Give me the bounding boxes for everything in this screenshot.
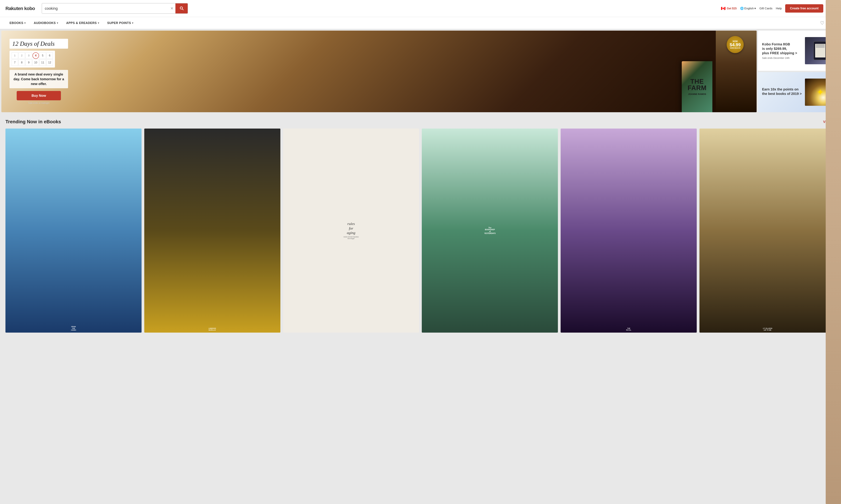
banner-side: Kobo Forma 8GBis only $269.99,plus FREE … [758, 31, 840, 112]
search-clear-button[interactable]: ✕ [168, 6, 175, 11]
books-row: FROMTHEASHES LINWOODBARCLAY rulesforagin… [5, 129, 836, 334]
banner-main-content: 12 Days of Deals 1 2 3 4 5 6 7 8 9 10 [1, 31, 76, 112]
nav-ebooks[interactable]: eBOOKS ▾ [5, 17, 30, 29]
chevron-down-icon: ▾ [98, 22, 99, 24]
list-item[interactable]: J.T. ELLISONLIE TO ME [699, 129, 836, 334]
chevron-down-icon: ▾ [132, 22, 134, 24]
nav-apps-ereaders[interactable]: APPS & eREADERS ▾ [62, 17, 103, 29]
nav-ebooks-label: eBOOKS [10, 21, 23, 25]
banner-description: A brand new deal every single day. Come … [10, 70, 68, 88]
person-overlay [826, 37, 836, 64]
gift-cards-link[interactable]: Gift Cards [759, 7, 772, 10]
cal-cell-12: 12 [47, 59, 53, 66]
cal-cell-10: 10 [33, 59, 39, 66]
main: 12 Days of Deals 1 2 3 4 5 6 7 8 9 10 [0, 29, 841, 337]
cal-cell-3: 3 [25, 52, 32, 59]
list-item[interactable]: LINWOODBARCLAY [144, 129, 280, 334]
book-cover-5: THEROYAL [561, 129, 697, 332]
cal-cell-1: 1 [12, 52, 18, 59]
language-button[interactable]: 🌐 English ▾ [740, 7, 756, 10]
close-icon: ✕ [170, 6, 173, 11]
points-title: Earn 10x the points on the best books of… [762, 87, 802, 96]
kobo-forma-text: Kobo Forma 8GBis only $269.99,plus FREE … [762, 42, 802, 59]
cal-cell-4: 4 [33, 52, 39, 59]
price-badge: NOW $4.99 WAS $13.99 [727, 36, 744, 53]
list-item[interactable]: TheBOOKSHOPofYESTERDAYS [422, 129, 558, 334]
banner-area: 12 Days of Deals 1 2 3 4 5 6 7 8 9 10 [0, 29, 841, 113]
cal-cell-8: 8 [19, 59, 25, 66]
logo[interactable]: Rakuten kobo [5, 6, 35, 11]
nav-apps-ereaders-label: APPS & eREADERS [66, 21, 97, 25]
list-item[interactable]: rulesforaging resist normal impulseslive… [283, 129, 419, 334]
kobo-forma-title: Kobo Forma 8GBis only $269.99,plus FREE … [762, 42, 802, 55]
canada-flag: 🇨🇦 [721, 6, 725, 11]
lang-label: English [744, 7, 754, 10]
book-cover-4: TheBOOKSHOPofYESTERDAYS [422, 129, 558, 332]
sparkle-decoration: ✦ [817, 87, 824, 97]
search-button[interactable] [175, 3, 188, 14]
nav-super-points[interactable]: SUPER POINTS ▾ [103, 17, 138, 29]
header: Rakuten kobo cooking ✕ 🇨🇦 Get $15 🌐 Engl… [0, 0, 841, 17]
book-cover-3: rulesforaging resist normal impulseslive… [283, 129, 419, 332]
search-input[interactable]: cooking [42, 4, 168, 13]
book-cover-1: FROMTHEASHES [5, 129, 142, 332]
heart-icon: ♡ [820, 20, 824, 26]
kobo-forma-image [805, 37, 836, 64]
cal-cell-6: 6 [47, 52, 53, 59]
book-author-text: JOANNE RAMOS [688, 93, 706, 95]
cal-cell-2: 2 [19, 52, 25, 59]
nav-bar: eBOOKS ▾ AUDIOBOOKS ▾ APPS & eREADERS ▾ … [0, 17, 841, 29]
create-account-button[interactable]: Create free account [785, 4, 823, 13]
kobo-screen [815, 44, 825, 57]
chevron-down-icon: ▾ [24, 22, 26, 24]
trending-title: Trending Now in eBooks [5, 119, 61, 124]
section-header: Trending Now in eBooks View all [5, 119, 836, 124]
help-link[interactable]: Help [776, 7, 782, 10]
buy-now-button[interactable]: Buy Now [17, 91, 61, 100]
nav-items: eBOOKS ▾ AUDIOBOOKS ▾ APPS & eREADERS ▾ … [5, 17, 820, 29]
price-was: WAS $13.99 [730, 47, 740, 49]
list-item[interactable]: FROMTHEASHES [5, 129, 142, 334]
nav-super-points-label: SUPER POINTS [107, 21, 131, 25]
nav-audiobooks-label: AUDIOBOOKS [34, 21, 56, 25]
sale-ends-text: Sale ends at midnight [10, 102, 68, 104]
promo-get-text: Get $15 [727, 7, 737, 10]
book-title-text: THEFARM [687, 78, 706, 91]
header-right: 🇨🇦 Get $15 🌐 English ▾ Gift Cards Help C… [721, 4, 836, 13]
cal-cell-7: 7 [12, 59, 18, 66]
chevron-down-icon: ▾ [754, 7, 756, 10]
kobo-forma-subtitle: Sale ends December 24th [762, 57, 802, 59]
search-bar: cooking ✕ [42, 3, 188, 14]
book-cover-2: LINWOODBARCLAY [144, 129, 280, 332]
logo-text: Rakuten kobo [5, 6, 35, 11]
cal-cell-5: 5 [39, 52, 46, 59]
banner-book-cover: THEFARM JOANNE RAMOS [682, 61, 712, 112]
nav-audiobooks[interactable]: AUDIOBOOKS ▾ [30, 17, 62, 29]
price-amount: $4.99 [730, 42, 741, 47]
cal-cell-11: 11 [39, 59, 46, 66]
book-cover-6: J.T. ELLISONLIE TO ME [699, 129, 836, 332]
points-text: Earn 10x the points on the best books of… [762, 87, 802, 97]
wishlist-button[interactable]: ♡ [820, 20, 824, 26]
chevron-down-icon: ▾ [57, 22, 58, 24]
search-icon [179, 6, 184, 11]
banner-main[interactable]: 12 Days of Deals 1 2 3 4 5 6 7 8 9 10 [1, 31, 757, 112]
kobo-forma-card[interactable]: Kobo Forma 8GBis only $269.99,plus FREE … [758, 31, 840, 71]
globe-icon: 🌐 [740, 7, 744, 10]
flag-promo: 🇨🇦 Get $15 [721, 6, 737, 11]
kobo-device [813, 41, 827, 60]
cal-cell-9: 9 [25, 59, 32, 66]
list-item[interactable]: THEROYAL [561, 129, 697, 334]
twelve-days-title: 12 Days of Deals [12, 40, 55, 47]
trending-section: Trending Now in eBooks View all FROMTHEA… [0, 113, 841, 337]
